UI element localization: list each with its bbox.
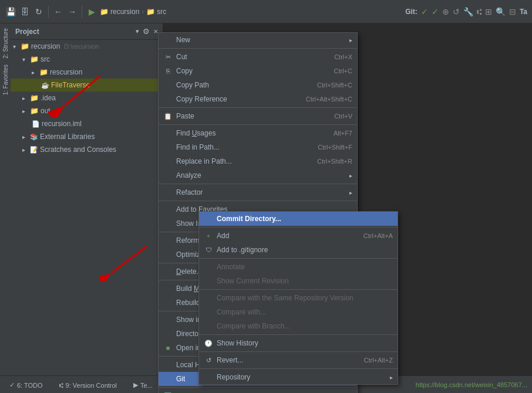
revert-icon: ↺	[204, 357, 213, 364]
bottom-tab-terminal[interactable]: ▶ Te...	[129, 376, 157, 394]
left-tab-favorites[interactable]: 1: Favorites	[1, 62, 10, 97]
root-folder-icon: 📁	[21, 42, 29, 50]
copy-icon: ⎘	[163, 67, 173, 74]
menu-cut[interactable]: ✂ Cut Ctrl+X	[159, 50, 357, 64]
submenu-sep-4	[199, 334, 398, 335]
submenu-sep-1	[199, 227, 398, 228]
submenu-sep-2	[199, 258, 398, 259]
sidebar-close-icon[interactable]: ×	[153, 27, 158, 36]
sidebar-title: Project	[15, 28, 132, 36]
git-tag-icon[interactable]: ⊞	[485, 7, 492, 16]
bottom-tab-todo[interactable]: ✓ 6: TODO	[5, 376, 48, 394]
git-revert-icon[interactable]: ↺	[453, 7, 460, 16]
submenu-sep-5	[199, 351, 398, 352]
new-arrow-icon: ▸	[349, 37, 352, 43]
src-folder-icon: 📁	[30, 55, 39, 63]
scratches-arrow-icon: ▸	[22, 147, 28, 153]
tree-external-libraries[interactable]: ▸ 📚 External Libraries	[11, 130, 163, 143]
src-arrow-icon: ▾	[22, 56, 28, 63]
submenu-sep-6	[199, 368, 398, 369]
menu-new[interactable]: New ▸	[159, 33, 357, 47]
out-arrow-icon: ▸	[22, 108, 28, 114]
breadcrumb-src[interactable]: 📁 src	[146, 8, 166, 16]
submenu-annotate: Annotate	[199, 260, 398, 274]
menu-copy-reference[interactable]: Copy Reference Ctrl+Alt+Shift+C	[159, 92, 357, 106]
root-arrow-icon: ▾	[13, 43, 19, 50]
git-submenu: Commit Directory... + Add Ctrl+Alt+A 🛡 A…	[198, 211, 398, 385]
tree-scratches[interactable]: ▸ 📝 Scratches and Consoles	[11, 143, 163, 156]
git-toolbar: Git: ✓ ✓ ⊕ ↺ 🔧 ⑆ ⊞ 🔍 ⊟ Ta	[400, 0, 532, 23]
submenu-repository[interactable]: Repository ▸	[199, 370, 398, 384]
submenu-add[interactable]: + Add Ctrl+Alt+A	[199, 229, 398, 243]
rescursion-folder-icon: 📁	[39, 68, 48, 76]
breadcrumb-sep: ›	[142, 8, 144, 16]
back-icon[interactable]: ←	[52, 6, 64, 18]
submenu-show-history[interactable]: 🕐 Show History	[199, 336, 398, 350]
tree-filetraverse[interactable]: ☕ FileTraverse	[11, 79, 163, 92]
tree-rescursion[interactable]: ▸ 📁 rescursion	[11, 66, 163, 79]
scratches-icon: 📝	[30, 146, 38, 154]
git-ta-label: Ta	[520, 8, 527, 16]
terminal-icon: ■	[163, 344, 173, 351]
menu-sep-3	[159, 124, 357, 125]
run-icon[interactable]: ▶	[86, 6, 97, 18]
git-check-icon[interactable]: ✓	[421, 7, 428, 16]
menu-refactor[interactable]: Refactor ▸	[159, 185, 357, 199]
menu-paste[interactable]: 📋 Paste Ctrl+V	[159, 109, 357, 123]
menu-replace-in-path[interactable]: Replace in Path... Ctrl+Shift+R	[159, 154, 357, 168]
vc-icon: ⑆	[59, 382, 63, 389]
save-all-icon[interactable]: 🗄	[19, 6, 31, 18]
tree-out[interactable]: ▸ 📁 out	[11, 104, 163, 117]
idea-folder-icon: 📁	[30, 94, 39, 102]
root-path: D:\recursion	[64, 43, 99, 50]
submenu-add-gitignore[interactable]: 🛡 Add to .gitignore	[199, 243, 398, 257]
menu-sep-5	[159, 201, 357, 201]
gitignore-icon: 🛡	[204, 246, 213, 253]
git-extra-icon[interactable]: ⊟	[509, 7, 516, 16]
git-check2-icon[interactable]: ✓	[432, 7, 439, 16]
left-tab-structure[interactable]: 2: Structure	[1, 26, 10, 61]
menu-sep-4	[159, 184, 357, 184]
ext-lib-icon: 📚	[30, 133, 38, 141]
cut-icon: ✂	[163, 53, 173, 61]
git-label: Git:	[405, 8, 417, 16]
menu-synchronize[interactable]: 🔄 Synchronize 'src'	[159, 389, 357, 393]
menu-find-usages[interactable]: Find Usages Alt+F7	[159, 126, 357, 140]
git-clock-icon[interactable]: ⊕	[442, 7, 449, 16]
tree-recursion-iml[interactable]: 📄 recursion.iml	[11, 117, 163, 130]
menu-copy[interactable]: ⎘ Copy Ctrl+C	[159, 64, 357, 78]
submenu-revert[interactable]: ↺ Revert... Ctrl+Alt+Z	[199, 353, 398, 367]
refresh-icon[interactable]: ↻	[33, 6, 45, 18]
submenu-compare-branch: Compare with Branch...	[199, 319, 398, 333]
menu-analyze[interactable]: Analyze ▸	[159, 168, 357, 182]
ide-wrapper: 💾 🗄 ↻ ← → ▶ 📁 recursion › 📁 src Git: ✓ ✓…	[0, 0, 532, 393]
forward-icon[interactable]: →	[66, 6, 78, 18]
sidebar-header: Project ▾ ⚙ ×	[11, 23, 163, 40]
save-icon[interactable]: 💾	[5, 6, 16, 18]
menu-copy-path[interactable]: Copy Path Ctrl+Shift+C	[159, 78, 357, 92]
git-wrench-icon[interactable]: 🔧	[463, 7, 473, 16]
menu-sep-11	[159, 387, 357, 388]
analyze-arrow-icon: ▸	[349, 172, 352, 179]
menu-sep-1	[159, 48, 357, 49]
breadcrumb-recursion[interactable]: 📁 recursion	[100, 8, 139, 16]
sidebar-settings-icon[interactable]: ⚙	[143, 27, 150, 36]
out-folder-icon: 📁	[30, 107, 39, 115]
tree-idea[interactable]: ▸ 📁 .idea	[11, 92, 163, 104]
tree-root-recursion[interactable]: ▾ 📁 recursion D:\recursion	[11, 40, 163, 53]
submenu-commit-dir[interactable]: Commit Directory...	[199, 212, 398, 226]
bottom-tab-version-control[interactable]: ⑆ 9: Version Control	[55, 376, 122, 394]
repository-arrow-icon: ▸	[390, 374, 393, 381]
menu-find-in-path[interactable]: Find in Path... Ctrl+Shift+F	[159, 140, 357, 154]
submenu-compare-repo: Compare with the Same Repository Version	[199, 291, 398, 305]
tree-src[interactable]: ▾ 📁 src	[11, 53, 163, 66]
terminal-tab-icon: ▶	[133, 381, 138, 389]
toolbar-sep-1	[48, 6, 49, 18]
refactor-arrow-icon: ▸	[349, 189, 352, 196]
todo-icon: ✓	[9, 381, 15, 389]
submenu-show-revision: Show Current Revision	[199, 274, 398, 288]
git-branch-icon[interactable]: ⑆	[477, 7, 482, 16]
sidebar-dropdown-icon[interactable]: ▾	[136, 28, 139, 35]
project-tree: ▾ 📁 recursion D:\recursion ▾ 📁 src ▸ 📁 r…	[11, 40, 163, 156]
git-search-icon[interactable]: 🔍	[496, 7, 506, 16]
